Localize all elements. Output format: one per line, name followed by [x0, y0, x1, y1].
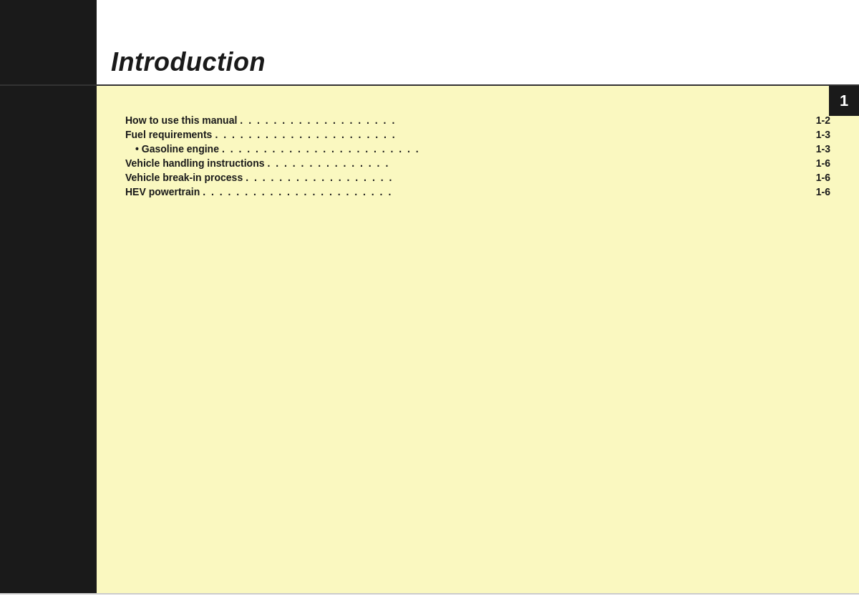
- footer-area: [0, 595, 859, 616]
- footer-right: [97, 595, 859, 616]
- toc-dots: . . . . . . . . . . . . . . . . . . . . …: [222, 143, 813, 155]
- toc-item[interactable]: Vehicle break-in process. . . . . . . . …: [125, 172, 830, 183]
- footer-left: [0, 595, 97, 616]
- page-wrapper: Introduction 1 How to use this manual. .…: [0, 0, 859, 616]
- header-area: Introduction: [0, 0, 859, 86]
- toc-label: Vehicle handling instructions: [125, 157, 264, 169]
- toc-page: 1-6: [816, 172, 830, 183]
- toc-dots: . . . . . . . . . . . . . . . . . . .: [240, 114, 812, 126]
- toc-page: 1-3: [816, 143, 830, 155]
- chapter-badge: 1: [829, 86, 859, 116]
- toc-item[interactable]: HEV powertrain. . . . . . . . . . . . . …: [125, 186, 830, 197]
- page-title: Introduction: [111, 47, 266, 77]
- header-black-square: [0, 0, 97, 84]
- toc-page: 1-3: [816, 129, 830, 140]
- toc-item[interactable]: Vehicle handling instructions. . . . . .…: [125, 157, 830, 169]
- toc-label: Fuel requirements: [125, 129, 212, 140]
- toc-page: 1-6: [816, 157, 830, 169]
- toc-label: How to use this manual: [125, 114, 237, 126]
- toc-dots: . . . . . . . . . . . . . . . . . . . . …: [215, 129, 812, 140]
- toc-item[interactable]: • Gasoline engine. . . . . . . . . . . .…: [125, 143, 830, 155]
- header-title-area: Introduction: [97, 0, 859, 84]
- left-sidebar: [0, 86, 97, 593]
- toc-label: Vehicle break-in process: [125, 172, 243, 183]
- toc-page: 1-6: [816, 186, 830, 197]
- toc-dots: . . . . . . . . . . . . . . . . . .: [246, 172, 813, 183]
- toc-page: 1-2: [816, 114, 830, 126]
- toc-item[interactable]: Fuel requirements. . . . . . . . . . . .…: [125, 129, 830, 140]
- toc-list: How to use this manual. . . . . . . . . …: [125, 114, 830, 197]
- content-area: 1 How to use this manual. . . . . . . . …: [97, 86, 859, 593]
- toc-dots: . . . . . . . . . . . . . . .: [267, 157, 812, 169]
- toc-label: HEV powertrain: [125, 186, 200, 197]
- toc-label: • Gasoline engine: [135, 143, 219, 155]
- main-area: 1 How to use this manual. . . . . . . . …: [0, 86, 859, 593]
- toc-dots: . . . . . . . . . . . . . . . . . . . . …: [203, 186, 813, 197]
- toc-item[interactable]: How to use this manual. . . . . . . . . …: [125, 114, 830, 126]
